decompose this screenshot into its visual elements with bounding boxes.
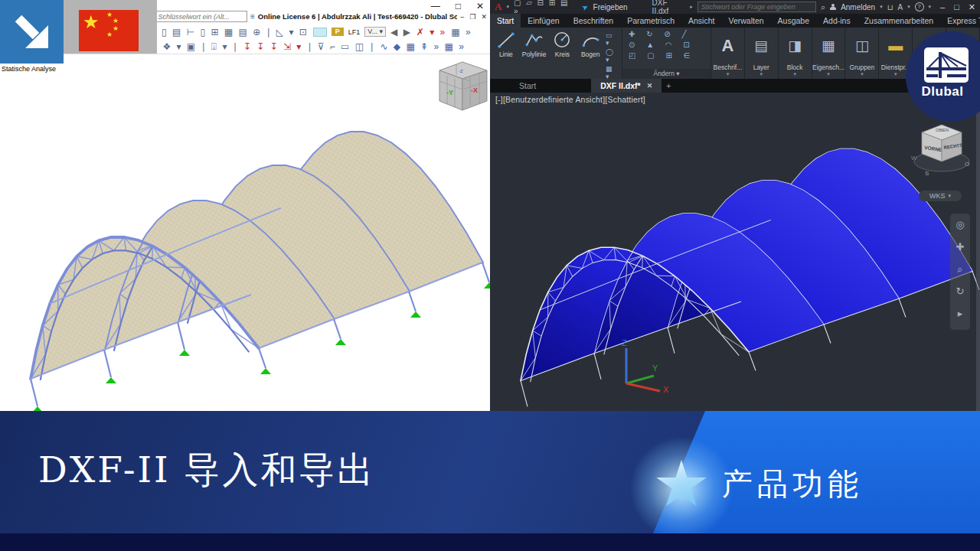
color-swatch-icon[interactable] <box>313 28 327 37</box>
autocad-window-controls: – □ ✕ <box>940 2 975 12</box>
china-flag: ★ ★ ★ ★ ★ <box>79 10 139 51</box>
loadcase-nav-arrows[interactable]: ◀ ▶ <box>390 27 412 37</box>
compass-south-label[interactable]: S <box>925 170 929 177</box>
restore-icon[interactable]: ❐ <box>469 13 475 21</box>
ribbon-tab-parametrisch[interactable]: Parametrisch <box>620 14 681 28</box>
toolbar-separator <box>0 54 490 54</box>
minimize-icon[interactable]: – <box>460 13 464 21</box>
block-icon: ◨ <box>788 28 802 64</box>
banner-badge-label: 产品功能 <box>722 463 863 505</box>
calculator-icon[interactable]: ▦ » <box>451 27 472 37</box>
help-icon[interactable]: ? <box>915 2 924 11</box>
panel-aendern: ✚ ↻ ⊘ ╱ ⊙ ▲ ◠ ⊡ ◰ ▢ ⊞ ∈ Ändern ▾ <box>622 28 711 79</box>
autocad-titlebar: A ▾ ▢ ▱ ⊟ ⊞ ▤ » ➤ Freigeben DXF II.dxf ▸… <box>490 0 980 14</box>
groups-icon: ◫ <box>855 28 869 64</box>
new-tab-button[interactable]: + <box>662 79 675 93</box>
chevron-down-icon[interactable]: ▾ <box>506 4 509 10</box>
ribbon-tab-verwalten[interactable]: Verwalten <box>721 14 770 28</box>
annotation-icon: A <box>721 28 733 64</box>
chevron-down-icon[interactable]: ▾ <box>929 4 932 10</box>
p-load-button[interactable]: P <box>332 28 344 36</box>
close-icon[interactable]: ✕ <box>969 2 975 12</box>
edit-icons-group[interactable]: ∣ ⊽ ⌐ ▭ ◫ ∣ <box>307 41 375 52</box>
canvas-edge-scrollbar[interactable] <box>976 93 980 411</box>
autocad-viewcube[interactable]: OBEN VORNE RECHTS S O W <box>910 116 974 189</box>
line-tool-button[interactable]: Linie <box>493 30 519 58</box>
chevron-down-icon[interactable]: ▾ <box>880 4 883 10</box>
autocad-logo[interactable]: A <box>495 1 501 13</box>
autocad-drawing-area[interactable]: [-][Benutzerdefinierte Ansicht][Schattie… <box>490 93 980 411</box>
loadcase-label[interactable]: LF1 <box>348 28 361 36</box>
rfem-window-title: Online License 6 | Abdulrzzak Ali | Test… <box>258 12 458 21</box>
rfem-toolbar-row1: ↶ ▾ ∣ ▯ ▤ ⊢ ▯ ⊞ ▦ ▤ ⊕ ∣ ◺ ▾ ⊡ P LF1 V...… <box>128 24 490 39</box>
polyline-tool-button[interactable]: Polylinie <box>521 30 547 58</box>
svg-text:Y: Y <box>652 364 658 373</box>
ribbon-tab-beschriften[interactable]: Beschriften <box>567 14 621 28</box>
ribbon-tab-zusammenarbeiten[interactable]: Zusammenarbeiten <box>858 14 940 28</box>
modify-tools-grid[interactable]: ✚ ↻ ⊘ ╱ ⊙ ▲ ◠ ⊡ ◰ ▢ ⊞ ∈ <box>622 28 710 69</box>
viewcube-right-label[interactable]: -X <box>471 86 478 94</box>
wcs-dropdown[interactable]: WKS ▾ <box>919 191 962 201</box>
draw-extra-tools[interactable]: ▭ ▾ ◯ ▾ ▦ ▾ <box>606 30 619 80</box>
rfem-viewcube[interactable]: -Y -X -Z <box>426 58 493 115</box>
quick-access-toolbar[interactable]: ▢ ▱ ⊟ ⊞ ▤ » <box>514 0 577 15</box>
viewcube-top-label[interactable]: OBEN <box>936 128 949 132</box>
compass-west-label[interactable]: W <box>911 155 917 161</box>
ribbon-tab-start[interactable]: Start <box>490 14 521 28</box>
result-icons-group[interactable]: ∿ ◆ ▦ ⇞ » ▦ » <box>380 41 465 52</box>
chevron-right-icon[interactable]: ▸ <box>690 4 693 10</box>
autocad-window: A ▾ ▢ ▱ ⊟ ⊞ ▤ » ➤ Freigeben DXF II.dxf ▸… <box>490 0 980 411</box>
viewport-controls-label[interactable]: [-][Benutzerdefinierte Ansicht][Schattie… <box>495 95 645 104</box>
navigation-bar[interactable]: ◎ ✚ ⌕ ↻ ▸ <box>950 214 970 330</box>
banner-title: DXF-II 导入和导出 <box>38 446 376 494</box>
panel-zeichnen: Linie Polylinie Kreis Bogen <box>490 28 622 79</box>
arrow-down-right-icon <box>0 0 64 64</box>
close-icon[interactable]: ✕ <box>481 13 487 21</box>
dlubal-brand-text: Dlubal <box>906 84 979 99</box>
ucs-axis-icon: Z Y X <box>603 337 677 396</box>
compass-east-label[interactable]: O <box>965 161 969 168</box>
close-tab-icon[interactable]: ✕ <box>647 82 653 90</box>
panel-block[interactable]: ◨ Block ▾ <box>779 28 812 79</box>
ribbon-tab-ausgabe[interactable]: Ausgabe <box>771 14 816 28</box>
loadcase-select[interactable]: V... ▾ <box>364 27 386 37</box>
sign-in-button[interactable]: Anmelden <box>841 3 875 11</box>
autocad-model-canvas[interactable] <box>490 93 980 411</box>
minimize-icon[interactable]: – <box>940 2 945 12</box>
ribbon-tab-express-tools[interactable]: Express Tools <box>940 14 980 28</box>
viewcube-front-label[interactable]: -Y <box>446 89 453 96</box>
panel-label-aendern[interactable]: Ändern ▾ <box>622 69 710 79</box>
search-icon[interactable]: ⌕ <box>821 2 825 12</box>
share-button[interactable]: Freigeben <box>593 3 628 11</box>
autodesk-a-icon[interactable]: A <box>898 3 903 11</box>
properties-icon: ▦ <box>822 28 835 64</box>
rfem-model-canvas[interactable] <box>0 73 490 411</box>
file-tab-start[interactable]: Start <box>510 79 545 93</box>
app-store-icon[interactable]: ⊔ <box>887 3 893 11</box>
static-analysis-app-icon[interactable] <box>0 0 64 64</box>
ribbon-tab-addins[interactable]: Add-ins <box>816 14 858 28</box>
ribbon-tab-ansicht[interactable]: Ansicht <box>681 14 721 28</box>
search-options-icon[interactable]: ≡ <box>250 12 255 21</box>
help-search-input[interactable] <box>697 2 816 12</box>
dlubal-logo-mark <box>924 47 969 83</box>
circle-tool-button[interactable]: Kreis <box>550 30 576 58</box>
ribbon-tab-bar: Start Einfügen Beschriften Parametrisch … <box>490 14 980 28</box>
maximize-icon[interactable]: □ <box>954 2 959 12</box>
viewcube-top-label[interactable]: -Z <box>459 69 463 73</box>
panel-gruppen[interactable]: ◫ Gruppen ▾ <box>845 28 879 79</box>
rfem-toolbar-row2: ▾ ▢ ▾ ❖ ▾ ▣ ∣ ⍗ ▾ ∣ ↧ ↧ ↧ ⇲ ▾ ∣ ⊽ ⌐ ▭ ◫ … <box>128 39 490 54</box>
panel-eigenschaften[interactable]: ▦ Eigensch... ▾ <box>812 28 846 79</box>
filter-icons-group[interactable]: ✗ ▾ » <box>416 27 446 37</box>
load-icons-group[interactable]: ↧ ↧ ↧ ⇲ ▾ <box>243 41 303 52</box>
svg-text:Z: Z <box>622 338 627 347</box>
rfem-window: — □ ✕ ≡ Online License 6 | Abdulrzzak Al… <box>0 0 490 411</box>
file-tab-dxf[interactable]: DXF II.dxf* ✕ <box>591 79 662 93</box>
arc-tool-button[interactable]: Bogen <box>577 30 603 58</box>
panel-layer[interactable]: ▤ Layer ▾ <box>745 28 779 79</box>
ribbon-tab-einfuegen[interactable]: Einfügen <box>521 14 566 28</box>
document-title: DXF II.dxf <box>652 0 686 15</box>
chevron-down-icon[interactable]: ▾ <box>907 4 910 10</box>
panel-beschriftung[interactable]: A Beschrif... ▾ <box>711 28 745 79</box>
measure-icon: ▬ <box>888 28 903 64</box>
